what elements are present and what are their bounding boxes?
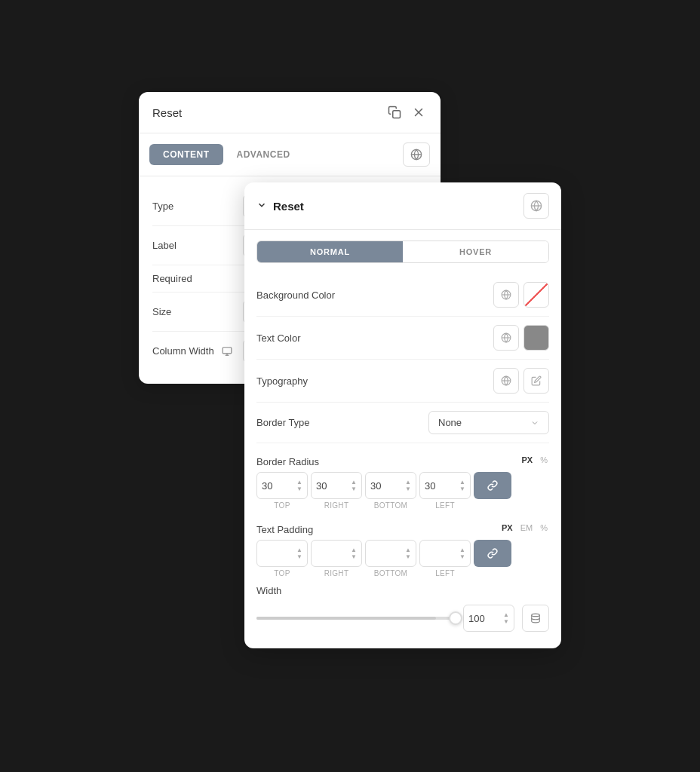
spin-down[interactable]: ▼ (351, 486, 357, 492)
field-column-width-label: Column Width (152, 345, 243, 357)
database-btn[interactable] (522, 605, 549, 632)
bg-color-label: Background Color (256, 290, 335, 301)
row-border-type: Border Type None (256, 403, 549, 443)
tab-content[interactable]: CONTENT (149, 144, 223, 165)
front-panel-body: Background Color Text Color (244, 263, 561, 648)
unit-percent-btn[interactable]: % (539, 455, 549, 464)
close-button[interactable] (410, 104, 427, 121)
width-slider[interactable] (256, 617, 456, 620)
padding-unit-px[interactable]: PX (500, 523, 514, 532)
back-panel-header: Reset (139, 92, 441, 133)
border-radius-label: Border Radius (256, 448, 319, 472)
back-panel-title: Reset (152, 106, 182, 119)
front-tab-bar: NORMAL HOVER (256, 240, 549, 263)
tab-hover[interactable]: HOVER (403, 241, 548, 262)
border-radius-link-btn[interactable] (474, 472, 511, 499)
bg-color-globe-btn[interactable] (493, 282, 519, 308)
back-panel-tab-bar: CONTENT ADVANCED (139, 133, 441, 176)
spin-up[interactable]: ▲ (351, 547, 357, 553)
border-radius-right-input[interactable]: 30 ▲ ▼ (311, 472, 362, 499)
padding-link-btn[interactable] (474, 540, 511, 567)
padding-bottom: ▲ ▼ BOTTOM (365, 540, 416, 577)
text-color-label: Text Color (256, 332, 301, 344)
svg-rect-5 (223, 348, 232, 354)
unit-px-btn[interactable]: PX (520, 455, 535, 464)
border-radius-bottom-input[interactable]: 30 ▲ ▼ (365, 472, 416, 499)
border-radius-right: 30 ▲ ▼ RIGHT (311, 472, 362, 510)
padding-left: ▲ ▼ LEFT (419, 540, 471, 577)
typography-globe-btn[interactable] (493, 368, 519, 394)
spin-up[interactable]: ▲ (405, 547, 411, 553)
text-color-globe-btn[interactable] (493, 325, 519, 351)
front-panel-globe-icon[interactable] (523, 193, 549, 219)
field-size-label: Size (152, 306, 243, 317)
spin-up[interactable]: ▲ (296, 547, 302, 553)
spin-down[interactable]: ▼ (351, 554, 357, 560)
svg-rect-0 (393, 111, 401, 118)
row-background-color: Background Color (256, 274, 549, 317)
width-slider-row: 100 ▲ ▼ (256, 597, 549, 635)
copy-button[interactable] (386, 104, 403, 121)
text-color-swatch[interactable] (523, 325, 549, 351)
padding-left-input[interactable]: ▲ ▼ (419, 540, 471, 567)
padding-right: ▲ ▼ RIGHT (311, 540, 362, 577)
border-radius-header: Border Radius PX % (256, 448, 549, 472)
border-radius-top-input[interactable]: 30 ▲ ▼ (256, 472, 308, 499)
spin-down[interactable]: ▼ (405, 486, 411, 492)
section-border-radius: Border Radius PX % 30 ▲ ▼ (256, 443, 549, 510)
width-spinner-input[interactable]: 100 ▲ ▼ (463, 605, 514, 632)
text-padding-label: Text Padding (256, 516, 313, 540)
typography-label: Typography (256, 375, 308, 387)
top-label: TOP (274, 501, 290, 510)
text-padding-spinners: ▲ ▼ TOP ▲ ▼ (256, 540, 549, 577)
border-radius-left-input[interactable]: 30 ▲ ▼ (419, 472, 471, 499)
tab-normal[interactable]: NORMAL (257, 241, 403, 262)
section-text-padding: Text Padding PX EM % ▲ ▼ (256, 510, 549, 577)
typography-edit-btn[interactable] (523, 368, 549, 394)
tab-advanced[interactable]: ADVANCED (223, 144, 304, 165)
padding-right-input[interactable]: ▲ ▼ (311, 540, 362, 567)
width-label: Width (256, 577, 281, 601)
back-panel-actions (386, 104, 427, 121)
field-type-label: Type (152, 201, 243, 212)
spin-up[interactable]: ▲ (405, 479, 411, 486)
text-padding-header: Text Padding PX EM % (256, 516, 549, 540)
border-type-select[interactable]: None (428, 411, 549, 434)
row-typography: Typography (256, 360, 549, 403)
spin-down[interactable]: ▼ (296, 554, 302, 560)
spin-up[interactable]: ▲ (503, 612, 509, 618)
padding-right-label: RIGHT (324, 569, 349, 577)
typography-control (493, 368, 549, 394)
spin-down[interactable]: ▼ (405, 554, 411, 560)
spin-up[interactable]: ▲ (296, 479, 302, 486)
border-radius-left: 30 ▲ ▼ LEFT (419, 472, 471, 510)
border-radius-top: 30 ▲ ▼ TOP (256, 472, 308, 510)
spin-down[interactable]: ▼ (503, 619, 509, 625)
row-text-color: Text Color (256, 317, 549, 360)
padding-bottom-input[interactable]: ▲ ▼ (365, 540, 416, 567)
right-label: RIGHT (324, 501, 349, 510)
spin-up[interactable]: ▲ (459, 547, 465, 553)
bg-color-swatch[interactable] (523, 282, 549, 308)
front-panel-title: Reset (273, 200, 304, 213)
spin-down[interactable]: ▼ (459, 554, 465, 560)
slider-thumb[interactable] (449, 611, 462, 625)
spin-down[interactable]: ▼ (459, 486, 465, 492)
spin-down[interactable]: ▼ (296, 486, 302, 492)
section-width: Width 100 ▲ ▼ (256, 577, 549, 635)
padding-unit-em[interactable]: EM (519, 523, 535, 532)
padding-top-input[interactable]: ▲ ▼ (256, 540, 308, 567)
padding-left-label: LEFT (435, 569, 455, 577)
text-padding-units: PX EM % (500, 523, 549, 532)
spin-up[interactable]: ▲ (351, 479, 357, 486)
border-radius-units: PX % (520, 455, 549, 464)
spin-up[interactable]: ▲ (459, 479, 465, 486)
padding-unit-percent[interactable]: % (539, 523, 549, 532)
front-panel: Reset NORMAL HOVER Background Color (244, 182, 561, 648)
border-radius-spinners: 30 ▲ ▼ TOP 30 ▲ ▼ (256, 472, 549, 510)
slider-fill (256, 617, 436, 620)
front-panel-header-left: Reset (256, 200, 304, 213)
padding-bottom-label: BOTTOM (374, 569, 407, 577)
svg-point-16 (532, 614, 540, 617)
tab-icon-button[interactable] (403, 142, 430, 167)
